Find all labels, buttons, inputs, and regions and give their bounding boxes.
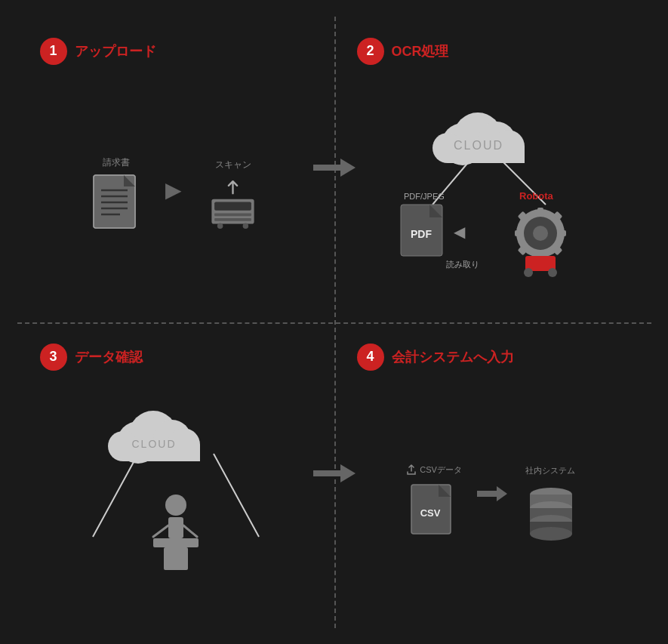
scan-group: スキャン (205, 159, 261, 236)
q1-small-arrow: ▶ (165, 177, 182, 202)
step1-number: 1 (40, 38, 67, 65)
csv-group: CSVデータ CSV (406, 464, 462, 542)
svg-text:CSV: CSV (420, 507, 440, 519)
quadrant-upload: 1 アップロード 請求書 ▶ (17, 17, 334, 322)
data-confirm-svg: CLOUD (48, 386, 304, 612)
ocr-diagram-svg: CLOUD PDF/JPEG PDF ◀ 読み取り Robota (357, 88, 629, 299)
invoice-label: 請求書 (103, 156, 130, 169)
svg-line-56 (183, 525, 197, 537)
scan-label: スキャン (215, 159, 251, 171)
quadrant-data-confirm: 3 データ確認 CLOUD (17, 322, 334, 628)
svg-text:PDF: PDF (411, 228, 432, 240)
step3-header: 3 データ確認 (40, 344, 312, 371)
q1-to-q2-arrow (313, 153, 356, 186)
q4-small-arrow (477, 482, 507, 508)
svg-rect-33 (515, 230, 522, 236)
scanner-icon (205, 176, 261, 236)
system-label: 社内システム (525, 465, 575, 476)
svg-line-42 (93, 454, 138, 537)
step4-number: 4 (357, 344, 384, 371)
csv-icon: CSV (410, 483, 459, 542)
svg-text:CLOUD: CLOUD (131, 438, 176, 450)
svg-rect-54 (164, 547, 188, 570)
svg-rect-34 (559, 230, 566, 236)
upload-icon-small (406, 464, 417, 475)
svg-rect-52 (168, 517, 183, 538)
svg-text:Robota: Robota (519, 190, 554, 202)
step4-title: 会計システムへ入力 (392, 348, 514, 366)
step3-number: 3 (40, 344, 67, 371)
data-confirm-content: CLOUD (40, 386, 312, 613)
svg-point-40 (524, 268, 533, 277)
csv-label: CSVデータ (420, 464, 462, 476)
svg-text:CLOUD: CLOUD (453, 139, 503, 152)
svg-line-55 (153, 525, 168, 537)
svg-line-43 (214, 454, 259, 537)
database-group: 社内システム (522, 465, 579, 541)
database-icon (522, 481, 579, 541)
svg-point-30 (533, 226, 548, 241)
step2-header: 2 OCR処理 (357, 38, 629, 65)
svg-rect-8 (214, 202, 251, 210)
step2-title: OCR処理 (392, 42, 449, 60)
step1-header: 1 アップロード (40, 38, 312, 65)
q3-to-q4-arrow (313, 458, 356, 491)
svg-point-11 (217, 223, 223, 229)
svg-rect-9 (214, 213, 251, 216)
step3-title: データ確認 (75, 348, 143, 366)
step2-number: 2 (357, 38, 384, 65)
document-icon (90, 174, 143, 238)
svg-rect-10 (214, 217, 251, 220)
svg-rect-53 (153, 538, 199, 547)
svg-point-12 (243, 223, 249, 229)
svg-text:読み取り: 読み取り (446, 260, 479, 269)
svg-point-65 (530, 527, 572, 541)
quadrant-accounting: 4 会計システムへ入力 CSVデータ CSV (334, 322, 651, 628)
svg-rect-31 (537, 208, 543, 215)
ocr-content: CLOUD PDF/JPEG PDF ◀ 読み取り Robota (357, 80, 629, 307)
svg-point-51 (165, 495, 186, 516)
quadrant-ocr: 2 OCR処理 CLOUD PDF/JPE (334, 17, 651, 322)
svg-point-41 (548, 268, 557, 277)
step4-header: 4 会計システムへ入力 (357, 344, 629, 371)
upload-content: 請求書 ▶ スキャン (40, 80, 312, 307)
invoice-group: 請求書 (90, 156, 143, 238)
svg-text:PDF/JPEG: PDF/JPEG (404, 192, 445, 201)
step1-title: アップロード (75, 42, 156, 60)
svg-text:◀: ◀ (454, 223, 466, 240)
accounting-content: CSVデータ CSV 社内システム (357, 386, 629, 613)
workflow-diagram: 1 アップロード 請求書 ▶ (17, 17, 651, 628)
